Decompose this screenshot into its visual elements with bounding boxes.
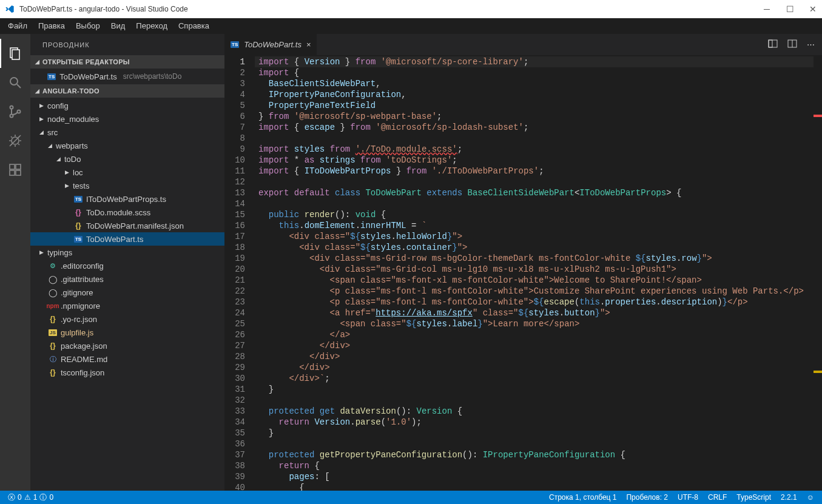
code-editor[interactable]: 1234567891011121314151617181920212223242… [224,55,822,491]
tree-item-label: node_modules [47,115,99,124]
window-title: ToDoWebPart.ts - angular-todo - Visual S… [19,5,763,13]
tree-item-label: src [47,128,58,137]
folder-item[interactable]: ▶tests [30,179,224,192]
chevron-down-icon: ◢ [55,156,62,162]
javascript-icon: JS [49,329,57,336]
menu-item[interactable]: Выбор [70,19,106,32]
file-item[interactable]: ⚙.editorconfig [30,259,224,272]
status-version[interactable]: 2.2.1 [778,493,800,502]
status-cursor[interactable]: Строка 1, столбец 1 [546,493,619,502]
menu-item[interactable]: Правка [33,19,70,32]
typescript-icon: TS [74,196,83,203]
folder-item[interactable]: ▶config [30,99,224,112]
file-item[interactable]: TSIToDoWebPartProps.ts [30,192,224,206]
typescript-icon: TS [231,41,239,48]
menu-item[interactable]: Файл [2,19,33,32]
editor-tab[interactable]: TS ToDoWebPart.ts × [224,34,317,55]
tree-item-label: ToDo.module.scss [86,208,150,217]
tab-close-icon[interactable]: × [306,40,311,49]
vscode-logo-icon [5,4,15,14]
file-item[interactable]: {}ToDoWebPart.manifest.json [30,219,224,232]
folder-item[interactable]: ▶loc [30,166,224,179]
split-editor-icon[interactable] [768,39,778,50]
svg-rect-9 [10,164,15,169]
activity-extensions[interactable] [0,155,30,184]
folder-item[interactable]: ▶typings [30,246,224,259]
svg-point-5 [10,115,13,118]
editor-area: TS ToDoWebPart.ts × ⋯ 123456789101112131… [224,34,822,491]
activity-explorer[interactable] [0,39,30,68]
tree-item-label: loc [73,168,83,177]
file-item[interactable]: ⓘREADME.md [30,352,224,366]
file-item[interactable]: {}tsconfig.json [30,366,224,379]
file-item[interactable]: {}package.json [30,339,224,352]
chevron-right-icon: ▶ [38,102,45,109]
folder-item[interactable]: ◢toDo [30,152,224,166]
status-encoding[interactable]: UTF-8 [675,493,701,502]
tree-item-label: tests [73,181,89,190]
svg-rect-1 [12,50,19,59]
activity-source-control[interactable] [0,97,30,126]
chevron-right-icon: ▶ [38,116,45,122]
status-language[interactable]: TypeScript [733,493,774,502]
tab-label: ToDoWebPart.ts [244,40,302,49]
file-item[interactable]: {}ToDo.module.scss [30,206,224,219]
file-item[interactable]: JSgulpfile.js [30,326,224,339]
minimize-button[interactable]: ─ [763,5,771,13]
workspace-header[interactable]: ◢ ANGULAR-TODO [30,84,224,98]
sass-icon: {} [75,208,81,217]
maximize-button[interactable]: ☐ [786,5,794,13]
tree-item-label: ToDoWebPart.ts [86,235,143,244]
more-actions-icon[interactable]: ⋯ [807,40,815,49]
folder-item[interactable]: ▶node_modules [30,112,224,126]
typescript-icon: TS [47,73,56,80]
overview-ruler[interactable] [814,55,822,491]
menu-item[interactable]: Справка [173,19,215,32]
tree-item-label: typings [47,248,72,257]
close-button[interactable]: ✕ [809,5,817,13]
status-indentation[interactable]: Пробелов: 2 [623,493,671,502]
status-feedback-icon[interactable]: ☺ [804,493,817,502]
open-editors-header[interactable]: ◢ ОТКРЫТЫЕ РЕДАКТОРЫ [30,55,224,69]
menu-item[interactable]: Переход [130,19,173,32]
tree-item-label: config [47,101,69,110]
sidebar-explorer: ПРОВОДНИК ◢ ОТКРЫТЫЕ РЕДАКТОРЫ TSToDoWeb… [30,34,224,491]
svg-rect-14 [769,40,772,47]
file-item[interactable]: {}.yo-rc.json [30,312,224,326]
svg-rect-13 [769,40,777,47]
status-eol[interactable]: CRLF [705,493,730,502]
tree-item-label: .gitignore [61,288,93,297]
menu-bar: ФайлПравкаВыборВидПереходСправка [0,18,822,34]
file-item[interactable]: ◯.gitattributes [30,272,224,286]
gear-icon: ⚙ [50,262,56,270]
open-editor-item[interactable]: TSToDoWebPart.tssrc\webparts\toDo [30,70,224,83]
tree-item-label: gulpfile.js [61,328,93,337]
editor-layout-icon[interactable] [787,39,797,50]
activity-bar [0,34,30,491]
file-item[interactable]: TSToDoWebPart.ts [30,232,224,246]
file-item[interactable]: ◯.gitignore [30,286,224,299]
tree-item-label: webparts [56,141,88,150]
github-icon: ◯ [49,288,58,297]
svg-point-4 [10,106,13,109]
tree-item-label: README.md [61,355,107,364]
window-title-bar: ToDoWebPart.ts - angular-todo - Visual S… [0,0,822,18]
info-icon: ⓘ [39,492,47,503]
svg-rect-10 [16,164,21,169]
folder-item[interactable]: ◢webparts [30,139,224,152]
editor-tabs: TS ToDoWebPart.ts × ⋯ [224,34,822,55]
json-icon: {} [50,368,55,377]
tree-item-label: .editorconfig [61,261,104,270]
chevron-right-icon: ▶ [63,169,70,175]
file-item[interactable]: npm.npmignore [30,299,224,312]
menu-item[interactable]: Вид [106,19,131,32]
info-icon: ⓘ [50,355,56,364]
github-icon: ◯ [49,275,58,284]
status-problems[interactable]: ⓧ0 ⚠1 ⓘ0 [5,491,56,504]
activity-search[interactable] [0,68,30,97]
chevron-down-icon: ◢ [33,59,42,65]
tree-item-label: .yo-rc.json [61,315,97,324]
activity-debug[interactable] [0,126,30,155]
folder-item[interactable]: ◢src [30,126,224,139]
tree-item-label: .npmignore [61,301,100,311]
